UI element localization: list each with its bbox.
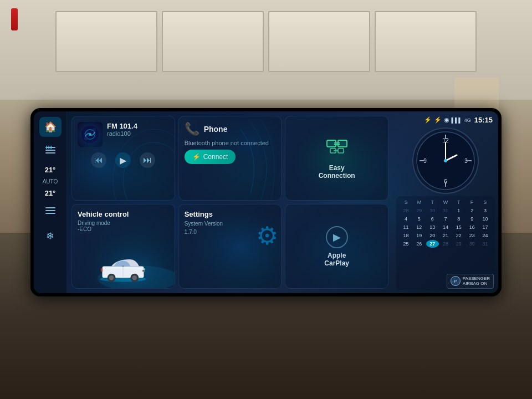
carplay-label: Apple CarPlay <box>324 252 349 267</box>
auto-label: AUTO <box>43 178 58 185</box>
airbag-text: PASSENGER AIRBAG ON <box>463 276 490 287</box>
garage-panel-1 <box>55 11 157 72</box>
calendar-cell[interactable]: 29 <box>452 240 465 248</box>
fire-extinguisher <box>11 8 18 30</box>
radio-station: FM 101.4 <box>107 122 169 130</box>
svg-text:9: 9 <box>423 158 427 164</box>
cal-tue: T <box>426 200 439 205</box>
signal-icon: ▌▌▌ <box>452 117 462 123</box>
sidebar-rear-defroster-button[interactable] <box>39 202 62 222</box>
svg-text:3: 3 <box>464 158 468 164</box>
calendar-cell[interactable]: 6 <box>426 215 439 223</box>
calendar-cell[interactable]: 23 <box>466 232 478 239</box>
calendar-cell[interactable]: 8 <box>452 215 465 223</box>
carplay-play-icon: ▶ <box>326 226 348 248</box>
calendar-cell[interactable]: 5 <box>413 215 426 223</box>
airbag-badge: P PASSENGER AIRBAG ON <box>447 274 494 289</box>
calendar-cell[interactable]: 28 <box>439 240 452 248</box>
svg-text:6: 6 <box>444 178 447 185</box>
calendar-cell[interactable]: 30 <box>426 207 439 214</box>
cal-sat: S <box>478 200 492 205</box>
calendar-cell[interactable]: 7 <box>439 215 452 223</box>
cal-mon: M <box>413 200 426 205</box>
sidebar-snow-button[interactable]: ❄ <box>39 226 62 246</box>
calendar-cell[interactable]: 14 <box>439 223 452 231</box>
analog-clock: 12 3 6 9 <box>412 127 479 194</box>
temp-right: 21° <box>45 189 56 197</box>
bluetooth-icon: ⚡ <box>192 153 201 161</box>
calendar-cell[interactable]: 2 <box>466 207 478 214</box>
calendar-cell[interactable]: 22 <box>452 232 465 239</box>
calendar-cell[interactable]: 16 <box>466 223 478 231</box>
sidebar-home-button[interactable]: 🏠 <box>39 117 62 137</box>
cal-thu: T <box>452 200 466 205</box>
calendar-cell[interactable]: 15 <box>452 223 465 231</box>
svg-point-15 <box>93 129 95 132</box>
calendar-cell[interactable]: 29 <box>413 207 426 214</box>
radio-next-button[interactable]: ⏭ <box>140 152 155 168</box>
calendar-cell[interactable]: 21 <box>439 232 452 239</box>
easy-connection-tile[interactable]: Easy Connection <box>285 116 388 201</box>
calendar-cell[interactable]: 1 <box>452 207 465 214</box>
home-icon: 🏠 <box>44 121 57 133</box>
calendar-cell[interactable]: 18 <box>400 232 412 239</box>
calendar-cell[interactable]: 12 <box>413 223 426 231</box>
phone-connect-button[interactable]: ⚡ Connect <box>185 150 236 164</box>
airbag-icon: P <box>451 276 461 286</box>
garage-panel-2 <box>162 11 264 72</box>
car-svg <box>95 252 151 283</box>
main-tiles-area: FM 101.4 radio100 ⏮ ▶ ⏭ <box>67 111 393 293</box>
calendar-cell[interactable]: 4 <box>400 215 412 223</box>
calendar-cell[interactable]: 19 <box>413 232 426 239</box>
svg-point-9 <box>123 142 174 200</box>
snowflake-icon: ❄ <box>46 230 54 242</box>
calendar-cell[interactable]: 26 <box>413 240 426 248</box>
clock-time: 15:15 <box>474 116 493 124</box>
phone-tile[interactable]: 📞 Phone Bluetooth phone not connected ⚡ … <box>178 116 282 201</box>
calendar-cell[interactable]: 30 <box>466 240 478 248</box>
rear-defroster-icon <box>44 206 57 218</box>
defroster-icon <box>44 145 57 158</box>
svg-rect-7 <box>45 213 55 214</box>
svg-point-13 <box>89 133 91 136</box>
easy-connection-title: Easy Connection <box>319 164 355 180</box>
calendar-cell[interactable]: 27 <box>426 240 439 248</box>
svg-rect-5 <box>45 207 55 208</box>
carplay-tile[interactable]: ▶ Apple CarPlay <box>285 204 388 289</box>
calendar-cell[interactable]: 31 <box>479 240 492 248</box>
sidebar-defroster-button[interactable] <box>39 141 62 161</box>
radio-top-section: FM 101.4 radio100 <box>78 122 169 147</box>
calendar-cell[interactable]: 10 <box>479 215 492 223</box>
radio-play-button[interactable]: ▶ <box>115 152 131 168</box>
bluetooth-status-icon: ⚡ <box>434 116 442 124</box>
radio-info: FM 101.4 radio100 <box>107 122 169 137</box>
svg-point-50 <box>444 159 447 162</box>
svg-point-14 <box>84 136 88 140</box>
svg-rect-23 <box>338 149 344 153</box>
infotainment-screen: 🏠 21° AUTO 21° <box>34 111 498 293</box>
calendar-cell[interactable]: 28 <box>400 207 412 214</box>
calendar-cell[interactable]: 20 <box>426 232 439 239</box>
cal-sun: S <box>400 200 413 205</box>
calendar-cell[interactable]: 31 <box>439 207 452 214</box>
radio-prev-button[interactable]: ⏮ <box>91 152 106 168</box>
cal-wed: W <box>439 200 452 205</box>
calendar-cell[interactable]: 17 <box>479 223 492 231</box>
phone-title: Phone <box>204 125 228 134</box>
calendar-cell[interactable]: 24 <box>479 232 492 239</box>
status-icons: ⚡ ⚡ ◉ ▌▌▌ 4G <box>424 116 471 124</box>
settings-3d-icon: ⚙ <box>256 221 278 250</box>
calendar-cell[interactable]: 9 <box>466 215 478 223</box>
vehicle-control-tile[interactable]: Vehicle control Driving mode -ECO <box>71 204 175 289</box>
calendar-cell[interactable]: 3 <box>479 207 492 214</box>
svg-rect-33 <box>101 268 103 272</box>
calendar-cell[interactable]: 11 <box>400 223 412 231</box>
right-panel: ⚡ ⚡ ◉ ▌▌▌ 4G 15:15 <box>393 111 498 293</box>
radio-tile[interactable]: FM 101.4 radio100 ⏮ ▶ ⏭ <box>71 116 175 201</box>
calendar-cell[interactable]: 25 <box>400 240 412 248</box>
connect-label: Connect <box>203 153 228 161</box>
garage-panel-3 <box>268 11 370 72</box>
screen-bezel: 🏠 21° AUTO 21° <box>30 108 502 296</box>
settings-tile[interactable]: Settings System Version 1.7.0 ⚙ <box>178 204 282 289</box>
calendar-cell[interactable]: 13 <box>426 223 439 231</box>
